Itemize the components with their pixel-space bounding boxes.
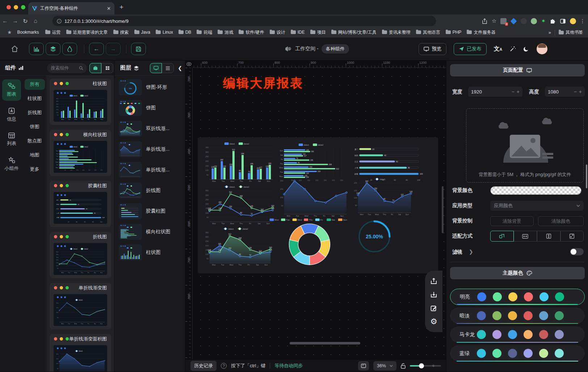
category-饼图[interactable]: 饼图 <box>25 121 45 132</box>
magic-wand-icon[interactable] <box>509 46 516 52</box>
clear-background-button[interactable]: 清除背景 <box>490 216 534 226</box>
bookmark-item[interactable]: PHP <box>446 30 462 35</box>
layer-item[interactable]: 单折线渐... <box>119 161 183 179</box>
extension-star-icon[interactable]: ✶ <box>541 18 546 24</box>
app-type-select[interactable]: 应用颜色 <box>490 201 584 211</box>
vertical-scrollbar[interactable] <box>442 186 444 233</box>
extension-diamond-icon[interactable] <box>511 18 517 24</box>
category-折线图[interactable]: 折线图 <box>25 107 45 118</box>
zoom-slider-knob[interactable] <box>419 363 424 368</box>
theme-color-dot[interactable] <box>477 330 486 339</box>
layers-thumbnail-view-toggle[interactable] <box>150 63 162 73</box>
theme-color-dot[interactable] <box>524 311 533 320</box>
filter-expand-chevron[interactable]: ❯ <box>469 249 473 255</box>
category-所有[interactable]: 所有 <box>25 79 45 90</box>
zoom-slider[interactable] <box>410 365 441 367</box>
zoom-select[interactable]: 36% <box>373 361 396 371</box>
fit-scale-button[interactable] <box>490 231 514 242</box>
bookmark-item[interactable]: 软件/硬件 <box>239 29 264 35</box>
back-icon[interactable]: ← <box>0 18 10 24</box>
chart-progress-ring[interactable]: 25.00% <box>357 219 392 254</box>
component-card[interactable]: 折线图data1data250100150200250300350MonTueW… <box>50 232 111 278</box>
user-avatar[interactable] <box>537 43 547 54</box>
component-card[interactable]: 柱状图data1data250100150200250300350MonTueW… <box>50 79 111 125</box>
category-更多[interactable]: 更多 <box>25 164 45 175</box>
fit-height-button[interactable] <box>537 231 560 242</box>
language-icon[interactable]: 文A <box>494 45 502 53</box>
other-bookmarks[interactable]: 其他书签 <box>559 29 583 35</box>
profile-avatar[interactable] <box>570 18 576 24</box>
redo-button[interactable]: → <box>106 43 121 55</box>
chart-single-line[interactable]: 50100150200MonTueWedThuFriSatSun <box>277 179 348 218</box>
dashboard-panel[interactable]: data1data250100150200250300350MonTueWedT… <box>198 137 438 273</box>
layers-list-view-toggle[interactable] <box>162 63 174 73</box>
chart-single-line-gradient[interactable]: data150100150200MonTueWedThuFriSatSun120… <box>351 177 413 217</box>
clear-color-button[interactable]: 清除颜色 <box>538 216 584 226</box>
theme-color-dot[interactable] <box>539 292 549 301</box>
filter-toggle[interactable] <box>570 248 584 255</box>
theme-color-dot[interactable] <box>477 311 486 320</box>
layer-item[interactable]: 单折线渐... <box>119 141 183 158</box>
bookmark-item[interactable]: Java <box>134 30 150 35</box>
forward-icon[interactable]: → <box>10 18 20 24</box>
bookmark-item[interactable]: 近期需要读的文章 <box>66 29 108 35</box>
theme-color-dot[interactable] <box>492 330 501 339</box>
chart-capsule-bar[interactable]: 厦门20南阳40北京60上海80新疆10020406080100 <box>351 145 426 181</box>
extension-pin-icon[interactable]: 9 <box>500 18 507 24</box>
page-config-header[interactable]: 页面配置 <box>450 64 585 76</box>
theme-color-dot[interactable] <box>492 349 501 358</box>
tab-close-icon[interactable]: ✕ <box>107 6 111 11</box>
bookmark-item[interactable]: IDE <box>291 30 305 35</box>
layer-item[interactable]: 双折线渐... <box>119 120 183 137</box>
history-button[interactable]: 历史记录 <box>190 361 217 371</box>
theme-color-dot[interactable] <box>492 311 501 320</box>
sidebar-toggle-icon[interactable] <box>560 18 566 24</box>
height-plus[interactable]: + <box>579 89 582 95</box>
theme-color-dot[interactable] <box>555 292 564 301</box>
share-icon[interactable] <box>482 18 488 24</box>
component-card[interactable]: 胶囊柱图厦门20南阳40北京60上海80新疆10020406080100 <box>50 181 111 227</box>
grid-view-toggle[interactable] <box>101 63 113 73</box>
minimize-window-button[interactable] <box>14 5 18 9</box>
chart-grouped-bar[interactable]: data1data250100150200250300350MonTueWedT… <box>203 142 274 184</box>
width-plus[interactable]: + <box>517 89 520 95</box>
bookmark-item[interactable]: 资讯未整理 <box>382 29 411 35</box>
bookmark-star-icon[interactable]: ☆ <box>492 18 496 24</box>
bookmark-item[interactable]: 项目 <box>310 29 326 35</box>
app-home-icon[interactable] <box>11 45 18 53</box>
document-name-pill[interactable]: 各种组件 <box>322 44 349 54</box>
settings-gear-icon[interactable]: ⚙ <box>429 317 438 326</box>
dark-mode-moon-icon[interactable] <box>523 46 529 52</box>
theme-color-dot[interactable] <box>508 292 517 301</box>
address-bar[interactable]: i 127.0.0.1:3000/#/chart/home/9 <box>52 16 436 26</box>
width-input[interactable]: 1920−+ <box>468 87 522 97</box>
theme-tool-button[interactable] <box>62 43 77 55</box>
theme-color-dot[interactable] <box>524 349 533 358</box>
bookmark-item[interactable]: 搜索 <box>113 29 129 35</box>
theme-row-暗淡[interactable]: 暗淡 <box>450 308 585 324</box>
bookmark-item[interactable]: 前端 <box>197 29 212 35</box>
layers-tool-button[interactable] <box>46 43 60 55</box>
theme-color-dot[interactable] <box>524 292 533 301</box>
single-view-toggle[interactable] <box>89 63 101 73</box>
reload-icon[interactable]: ↻ <box>20 18 30 25</box>
height-minus[interactable]: − <box>574 89 577 95</box>
sidebar-item-列表[interactable]: 列表 <box>2 129 21 150</box>
theme-color-dot[interactable] <box>539 330 548 339</box>
sidebar-item-图表[interactable]: 图表 <box>2 79 21 101</box>
maximize-window-button[interactable] <box>21 5 25 9</box>
theme-color-dot[interactable] <box>539 311 548 320</box>
component-card[interactable]: 单折线渐变图data150100150200MonTueWedThuFriSat… <box>50 283 111 329</box>
preview-button[interactable]: 预览 <box>419 43 446 55</box>
bookmark-item[interactable]: 文件服务器 <box>467 29 495 35</box>
fit-stretch-button[interactable] <box>560 231 584 242</box>
new-tab-button[interactable]: + <box>119 4 123 11</box>
canvas-viewport[interactable]: 编辑大屏报表 data1data250100150200250300350Mon… <box>193 68 446 359</box>
horizontal-scrollbar[interactable] <box>290 342 360 344</box>
export-button[interactable] <box>429 277 438 285</box>
theme-color-dot[interactable] <box>477 292 486 301</box>
category-地图[interactable]: 地图 <box>25 150 45 160</box>
height-input[interactable]: 1080−+ <box>545 87 585 97</box>
layer-item[interactable]: 横向柱状图 <box>119 223 183 241</box>
width-minus[interactable]: − <box>512 89 514 95</box>
